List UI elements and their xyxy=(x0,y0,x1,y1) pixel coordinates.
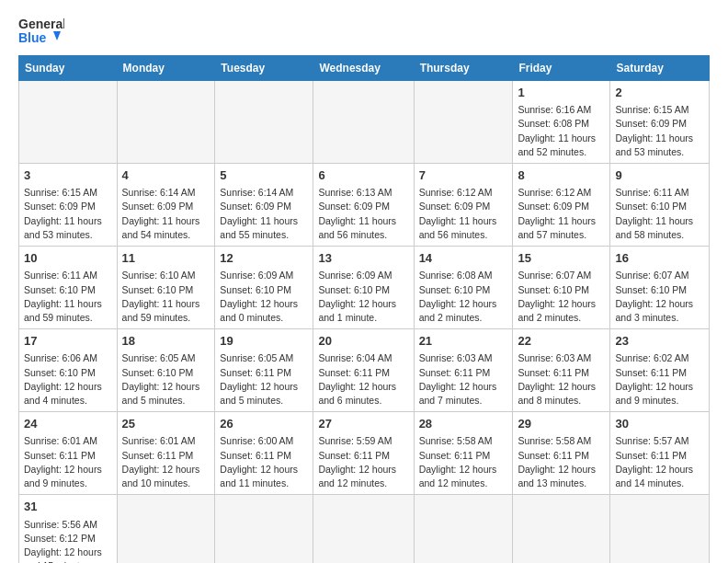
day-info: Sunrise: 6:11 AM Sunset: 6:10 PM Dayligh… xyxy=(615,186,704,242)
day-info: Sunrise: 6:14 AM Sunset: 6:09 PM Dayligh… xyxy=(220,186,308,242)
calendar-cell xyxy=(117,81,215,164)
day-info: Sunrise: 6:11 AM Sunset: 6:10 PM Dayligh… xyxy=(24,269,112,325)
day-info: Sunrise: 6:14 AM Sunset: 6:09 PM Dayligh… xyxy=(122,186,210,242)
day-info: Sunrise: 5:58 AM Sunset: 6:11 PM Dayligh… xyxy=(518,434,605,490)
calendar-cell: 21Sunrise: 6:03 AM Sunset: 6:11 PM Dayli… xyxy=(414,329,513,412)
day-number: 25 xyxy=(122,416,210,432)
calendar-cell: 16Sunrise: 6:07 AM Sunset: 6:10 PM Dayli… xyxy=(610,247,710,329)
calendar-cell xyxy=(19,81,118,164)
day-info: Sunrise: 6:16 AM Sunset: 6:08 PM Dayligh… xyxy=(518,103,605,159)
calendar-cell: 13Sunrise: 6:09 AM Sunset: 6:10 PM Dayli… xyxy=(313,247,414,329)
calendar-cell: 6Sunrise: 6:13 AM Sunset: 6:09 PM Daylig… xyxy=(313,164,414,247)
calendar-cell xyxy=(313,495,414,563)
calendar-cell xyxy=(215,81,313,164)
day-info: Sunrise: 6:02 AM Sunset: 6:11 PM Dayligh… xyxy=(615,351,704,408)
calendar-week-row: 17Sunrise: 6:06 AM Sunset: 6:10 PM Dayli… xyxy=(19,329,710,412)
day-number: 29 xyxy=(518,416,605,432)
day-info: Sunrise: 6:09 AM Sunset: 6:10 PM Dayligh… xyxy=(220,269,308,325)
day-number: 24 xyxy=(24,416,112,432)
calendar-cell: 23Sunrise: 6:02 AM Sunset: 6:11 PM Dayli… xyxy=(610,329,710,412)
logo-icon: GeneralBlue xyxy=(18,15,64,48)
day-number: 2 xyxy=(615,85,704,101)
calendar-cell: 11Sunrise: 6:10 AM Sunset: 6:10 PM Dayli… xyxy=(117,247,215,329)
day-number: 23 xyxy=(615,333,704,350)
day-number: 7 xyxy=(419,167,508,184)
day-number: 28 xyxy=(419,416,508,432)
day-number: 4 xyxy=(122,167,210,184)
day-info: Sunrise: 6:10 AM Sunset: 6:10 PM Dayligh… xyxy=(122,269,210,325)
calendar-cell: 10Sunrise: 6:11 AM Sunset: 6:10 PM Dayli… xyxy=(19,247,118,329)
calendar-week-row: 31Sunrise: 5:56 AM Sunset: 6:12 PM Dayli… xyxy=(19,495,710,563)
day-info: Sunrise: 6:00 AM Sunset: 6:11 PM Dayligh… xyxy=(220,434,308,490)
day-info: Sunrise: 6:09 AM Sunset: 6:10 PM Dayligh… xyxy=(318,269,408,325)
day-number: 8 xyxy=(518,167,605,184)
calendar-cell: 12Sunrise: 6:09 AM Sunset: 6:10 PM Dayli… xyxy=(215,247,313,329)
day-info: Sunrise: 6:05 AM Sunset: 6:11 PM Dayligh… xyxy=(220,351,308,408)
calendar-cell: 9Sunrise: 6:11 AM Sunset: 6:10 PM Daylig… xyxy=(610,164,710,247)
day-info: Sunrise: 6:04 AM Sunset: 6:11 PM Dayligh… xyxy=(318,351,408,408)
calendar-cell xyxy=(610,495,710,563)
day-info: Sunrise: 6:15 AM Sunset: 6:09 PM Dayligh… xyxy=(24,186,112,242)
calendar-cell: 8Sunrise: 6:12 AM Sunset: 6:09 PM Daylig… xyxy=(513,164,610,247)
day-number: 30 xyxy=(615,416,704,432)
calendar-cell: 20Sunrise: 6:04 AM Sunset: 6:11 PM Dayli… xyxy=(313,329,414,412)
calendar-cell: 24Sunrise: 6:01 AM Sunset: 6:11 PM Dayli… xyxy=(19,412,118,495)
weekday-header-sunday: Sunday xyxy=(19,56,118,81)
calendar-cell: 31Sunrise: 5:56 AM Sunset: 6:12 PM Dayli… xyxy=(19,495,118,563)
day-number: 21 xyxy=(419,333,508,350)
day-number: 10 xyxy=(24,250,112,267)
calendar-cell: 29Sunrise: 5:58 AM Sunset: 6:11 PM Dayli… xyxy=(513,412,610,495)
day-number: 14 xyxy=(419,250,508,267)
day-info: Sunrise: 6:01 AM Sunset: 6:11 PM Dayligh… xyxy=(24,434,112,490)
day-info: Sunrise: 5:58 AM Sunset: 6:11 PM Dayligh… xyxy=(419,434,508,490)
day-info: Sunrise: 5:56 AM Sunset: 6:12 PM Dayligh… xyxy=(24,518,112,564)
day-number: 9 xyxy=(615,167,704,184)
weekday-header-monday: Monday xyxy=(117,56,215,81)
day-info: Sunrise: 6:12 AM Sunset: 6:09 PM Dayligh… xyxy=(518,186,605,242)
day-info: Sunrise: 6:01 AM Sunset: 6:11 PM Dayligh… xyxy=(122,434,210,490)
day-info: Sunrise: 6:07 AM Sunset: 6:10 PM Dayligh… xyxy=(518,269,605,325)
day-number: 27 xyxy=(318,416,408,432)
day-number: 12 xyxy=(220,250,308,267)
calendar-cell xyxy=(513,495,610,563)
day-number: 22 xyxy=(518,333,605,350)
day-info: Sunrise: 6:07 AM Sunset: 6:10 PM Dayligh… xyxy=(615,269,704,325)
day-number: 13 xyxy=(318,250,408,267)
day-info: Sunrise: 6:03 AM Sunset: 6:11 PM Dayligh… xyxy=(518,351,605,408)
calendar-cell: 2Sunrise: 6:15 AM Sunset: 6:09 PM Daylig… xyxy=(610,81,710,164)
calendar-week-row: 1Sunrise: 6:16 AM Sunset: 6:08 PM Daylig… xyxy=(19,81,710,164)
calendar-cell: 14Sunrise: 6:08 AM Sunset: 6:10 PM Dayli… xyxy=(414,247,513,329)
calendar-cell: 17Sunrise: 6:06 AM Sunset: 6:10 PM Dayli… xyxy=(19,329,118,412)
day-number: 26 xyxy=(220,416,308,432)
calendar-cell xyxy=(215,495,313,563)
day-number: 6 xyxy=(318,167,408,184)
day-info: Sunrise: 5:59 AM Sunset: 6:11 PM Dayligh… xyxy=(318,434,408,490)
day-number: 16 xyxy=(615,250,704,267)
day-info: Sunrise: 6:05 AM Sunset: 6:10 PM Dayligh… xyxy=(122,351,210,408)
day-number: 5 xyxy=(220,167,308,184)
calendar-cell xyxy=(313,81,414,164)
calendar-cell xyxy=(414,495,513,563)
calendar-cell: 26Sunrise: 6:00 AM Sunset: 6:11 PM Dayli… xyxy=(215,412,313,495)
calendar-week-row: 3Sunrise: 6:15 AM Sunset: 6:09 PM Daylig… xyxy=(19,164,710,247)
calendar-cell: 15Sunrise: 6:07 AM Sunset: 6:10 PM Dayli… xyxy=(513,247,610,329)
day-number: 31 xyxy=(24,499,112,515)
calendar-cell: 19Sunrise: 6:05 AM Sunset: 6:11 PM Dayli… xyxy=(215,329,313,412)
logo: GeneralBlue xyxy=(18,15,64,48)
day-info: Sunrise: 6:12 AM Sunset: 6:09 PM Dayligh… xyxy=(419,186,508,242)
day-number: 15 xyxy=(518,250,605,267)
calendar-week-row: 10Sunrise: 6:11 AM Sunset: 6:10 PM Dayli… xyxy=(19,247,710,329)
day-info: Sunrise: 6:06 AM Sunset: 6:10 PM Dayligh… xyxy=(24,351,112,408)
day-number: 20 xyxy=(318,333,408,350)
calendar-table: SundayMondayTuesdayWednesdayThursdayFrid… xyxy=(18,55,710,563)
svg-text:General: General xyxy=(18,17,64,31)
day-number: 3 xyxy=(24,167,112,184)
day-number: 17 xyxy=(24,333,112,350)
calendar-cell: 22Sunrise: 6:03 AM Sunset: 6:11 PM Dayli… xyxy=(513,329,610,412)
calendar-cell: 1Sunrise: 6:16 AM Sunset: 6:08 PM Daylig… xyxy=(513,81,610,164)
day-info: Sunrise: 6:15 AM Sunset: 6:09 PM Dayligh… xyxy=(615,103,704,159)
day-number: 18 xyxy=(122,333,210,350)
day-info: Sunrise: 5:57 AM Sunset: 6:11 PM Dayligh… xyxy=(615,434,704,490)
svg-marker-2 xyxy=(53,31,61,40)
calendar-cell: 30Sunrise: 5:57 AM Sunset: 6:11 PM Dayli… xyxy=(610,412,710,495)
